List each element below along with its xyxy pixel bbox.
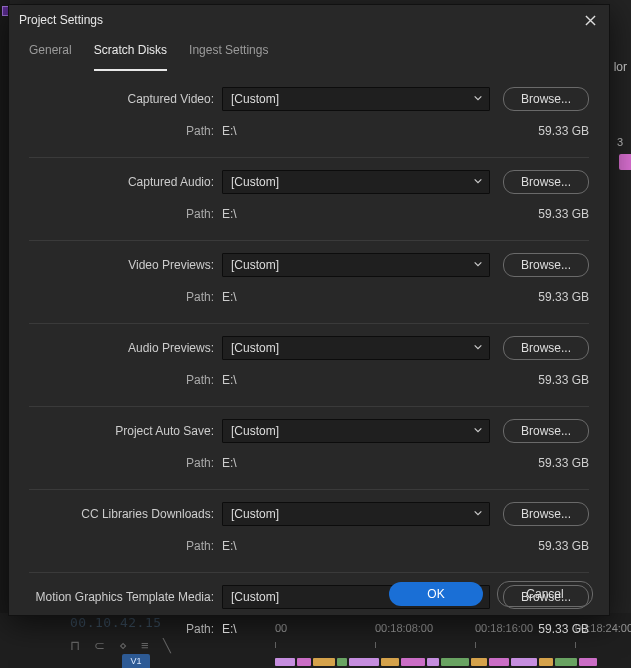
path-label: Path: (29, 373, 214, 387)
browse-button[interactable]: Browse... (503, 87, 589, 111)
path-value: E:\ (222, 290, 237, 304)
path-value: E:\ (222, 124, 237, 138)
size-value: 59.33 GB (538, 456, 589, 470)
video-previews-select[interactable]: [Custom] (222, 253, 490, 277)
chevron-down-icon (473, 341, 483, 355)
select-value: [Custom] (231, 92, 279, 106)
path-label: Path: (29, 622, 214, 636)
size-value: 59.33 GB (538, 622, 589, 636)
cc-libraries-select[interactable]: [Custom] (222, 502, 490, 526)
group-captured-video: Captured Video: [Custom] Browse... Path:… (29, 75, 589, 158)
field-label: CC Libraries Downloads: (29, 507, 214, 521)
select-value: [Custom] (231, 175, 279, 189)
audio-previews-select[interactable]: [Custom] (222, 336, 490, 360)
path-value: E:\ (222, 622, 237, 636)
auto-save-select[interactable]: [Custom] (222, 419, 490, 443)
size-value: 59.33 GB (538, 373, 589, 387)
chevron-down-icon (473, 507, 483, 521)
chevron-down-icon (473, 424, 483, 438)
browse-button[interactable]: Browse... (503, 253, 589, 277)
panel-color-chip[interactable] (619, 154, 631, 170)
chevron-down-icon (473, 258, 483, 272)
path-value: E:\ (222, 207, 237, 221)
group-audio-previews: Audio Previews: [Custom] Browse... Path:… (29, 324, 589, 407)
browse-button[interactable]: Browse... (503, 336, 589, 360)
field-label: Captured Audio: (29, 175, 214, 189)
captured-video-select[interactable]: [Custom] (222, 87, 490, 111)
cancel-button[interactable]: Cancel (497, 581, 593, 607)
tab-scratch-disks[interactable]: Scratch Disks (94, 43, 167, 71)
path-label: Path: (29, 124, 214, 138)
project-settings-dialog: Project Settings General Scratch Disks I… (8, 4, 610, 616)
chevron-down-icon (473, 175, 483, 189)
ok-button[interactable]: OK (389, 582, 483, 606)
size-value: 59.33 GB (538, 539, 589, 553)
path-label: Path: (29, 290, 214, 304)
browse-button[interactable]: Browse... (503, 502, 589, 526)
group-auto-save: Project Auto Save: [Custom] Browse... Pa… (29, 407, 589, 490)
path-value: E:\ (222, 539, 237, 553)
close-icon[interactable] (581, 11, 599, 29)
captured-audio-select[interactable]: [Custom] (222, 170, 490, 194)
path-label: Path: (29, 456, 214, 470)
browse-button[interactable]: Browse... (503, 170, 589, 194)
panel-badge: 3 (617, 136, 623, 148)
timeline-clips[interactable] (275, 658, 631, 668)
select-value: [Custom] (231, 258, 279, 272)
field-label: Captured Video: (29, 92, 214, 106)
size-value: 59.33 GB (538, 124, 589, 138)
group-cc-libraries: CC Libraries Downloads: [Custom] Browse.… (29, 490, 589, 573)
group-video-previews: Video Previews: [Custom] Browse... Path:… (29, 241, 589, 324)
path-label: Path: (29, 539, 214, 553)
path-value: E:\ (222, 373, 237, 387)
size-value: 59.33 GB (538, 207, 589, 221)
group-captured-audio: Captured Audio: [Custom] Browse... Path:… (29, 158, 589, 241)
dialog-tabs: General Scratch Disks Ingest Settings (9, 35, 609, 71)
video-track-toggle[interactable]: V1 (122, 654, 150, 668)
dialog-title: Project Settings (19, 13, 581, 27)
path-value: E:\ (222, 456, 237, 470)
chevron-down-icon (473, 92, 483, 106)
field-label: Audio Previews: (29, 341, 214, 355)
dialog-footer: OK Cancel (9, 573, 609, 615)
select-value: [Custom] (231, 507, 279, 521)
path-label: Path: (29, 207, 214, 221)
panel-label-fragment: lor (614, 60, 627, 74)
browse-button[interactable]: Browse... (503, 419, 589, 443)
dialog-content: Captured Video: [Custom] Browse... Path:… (9, 71, 609, 655)
select-value: [Custom] (231, 424, 279, 438)
size-value: 59.33 GB (538, 290, 589, 304)
tab-general[interactable]: General (29, 43, 72, 71)
dialog-titlebar[interactable]: Project Settings (9, 5, 609, 35)
field-label: Project Auto Save: (29, 424, 214, 438)
select-value: [Custom] (231, 341, 279, 355)
tab-ingest-settings[interactable]: Ingest Settings (189, 43, 268, 71)
field-label: Video Previews: (29, 258, 214, 272)
